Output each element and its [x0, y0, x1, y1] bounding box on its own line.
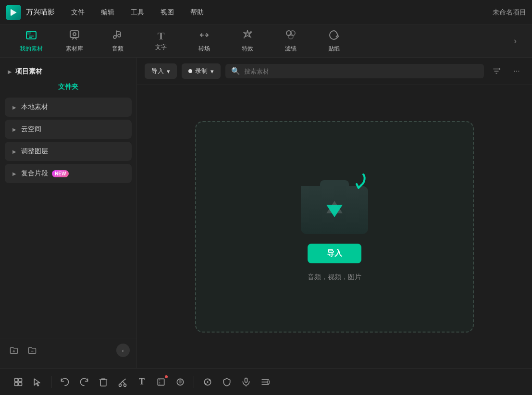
cut-btn[interactable] [114, 373, 131, 391]
folder-logo-icon [322, 197, 346, 221]
tool-my-material[interactable]: 我的素材 [10, 27, 53, 56]
svg-line-29 [123, 381, 125, 384]
svg-point-9 [244, 37, 245, 39]
section-arrow-icon: ▶ [8, 69, 12, 74]
svg-rect-38 [245, 378, 247, 382]
sidebar-item-cloud-label: 云空间 [21, 125, 41, 134]
audio-icon [112, 29, 124, 43]
record-dot-icon [188, 69, 192, 73]
local-arrow-icon: ▶ [12, 105, 16, 110]
sticker-icon [328, 29, 340, 43]
sidebar-item-compound[interactable]: ▶ 复合片段 NEW [5, 164, 132, 183]
title-bar: 万兴喵影 文件 编辑 工具 视图 帮助 未命名项目 [0, 0, 532, 25]
filter-icon [285, 29, 297, 43]
import-dropdown-icon: ▾ [167, 68, 170, 75]
svg-rect-31 [158, 379, 164, 385]
toolbar-more-btn[interactable]: › [508, 34, 522, 49]
menu-help[interactable]: 帮助 [187, 6, 207, 19]
tool-text-label: 文字 [155, 43, 167, 51]
color-btn[interactable] [172, 373, 189, 391]
import-button[interactable]: 导入 ▾ [145, 63, 177, 79]
drop-hint-text: 音频，视频，图片 [308, 273, 361, 282]
select-tool-btn[interactable] [29, 373, 46, 391]
cloud-arrow-icon: ▶ [12, 127, 16, 132]
transition-icon [198, 29, 210, 43]
tool-effects[interactable]: 特效 [226, 27, 269, 56]
menu-tools[interactable]: 工具 [128, 6, 147, 19]
sidebar-item-cloud[interactable]: ▶ 云空间 [5, 120, 132, 139]
svg-point-19 [499, 68, 500, 70]
svg-point-7 [73, 33, 76, 36]
record-label: 录制 [195, 67, 208, 75]
import-large-button[interactable]: 导入 [308, 244, 361, 263]
svg-point-35 [207, 381, 208, 383]
tool-filter[interactable]: 滤镜 [269, 27, 312, 56]
svg-rect-23 [19, 378, 22, 382]
speed-btn[interactable] [199, 373, 216, 391]
tool-audio-label: 音频 [112, 45, 124, 53]
shield-btn[interactable] [218, 373, 235, 391]
tool-material-lib-label: 素材库 [66, 45, 83, 53]
new-badge: NEW [52, 170, 69, 177]
svg-point-27 [124, 384, 126, 386]
menu-view[interactable]: 视图 [158, 6, 177, 19]
project-name: 未命名项目 [493, 8, 526, 17]
record-dropdown-icon: ▾ [210, 68, 214, 75]
svg-rect-1 [10, 9, 12, 15]
adjust-arrow-icon: ▶ [12, 149, 16, 154]
search-input[interactable] [244, 68, 478, 75]
remove-folder-btn[interactable] [25, 343, 39, 358]
tool-filter-label: 滤镜 [285, 45, 297, 53]
search-bar[interactable]: 🔍 [225, 64, 484, 78]
menu-file[interactable]: 文件 [68, 6, 87, 19]
sidebar-collapse-btn[interactable]: ‹ [116, 344, 130, 357]
content-area: 导入 ▾ 录制 ▾ 🔍 ··· [137, 58, 532, 368]
sidebar-item-adjust[interactable]: ▶ 调整图层 [5, 142, 132, 161]
sidebar-item-local[interactable]: ▶ 本地素材 [5, 98, 132, 117]
svg-rect-22 [15, 378, 18, 382]
list-btn[interactable] [257, 373, 274, 391]
crop-btn[interactable] [152, 373, 170, 391]
svg-rect-3 [26, 31, 31, 35]
app-name: 万兴喵影 [26, 8, 55, 17]
svg-rect-25 [19, 382, 22, 385]
section-title-text: 项目素材 [15, 67, 42, 76]
divider-1 [51, 376, 51, 388]
svg-marker-0 [11, 9, 17, 15]
svg-rect-24 [15, 382, 18, 385]
text-tool-btn[interactable]: T [133, 373, 150, 391]
sidebar-item-adjust-label: 调整图层 [21, 147, 48, 156]
tool-transition-label: 转场 [198, 45, 210, 53]
tool-effects-label: 特效 [242, 45, 253, 53]
more-options-btn[interactable]: ··· [509, 63, 524, 79]
voice-btn[interactable] [237, 373, 255, 391]
tool-transition[interactable]: 转场 [183, 27, 226, 56]
sidebar-section-title[interactable]: ▶ 项目素材 [0, 63, 136, 80]
main-area: ▶ 项目素材 文件夹 ▶ 本地素材 ▶ 云空间 ▶ 调整图层 ▶ 复合片段 NE… [0, 58, 532, 368]
drop-zone: 导入 音频，视频，图片 [137, 85, 532, 368]
app-logo [6, 5, 21, 20]
filter-btn[interactable] [489, 63, 504, 79]
svg-rect-6 [70, 31, 79, 37]
svg-line-28 [120, 381, 123, 384]
tool-sticker[interactable]: 贴纸 [312, 27, 356, 56]
delete-btn[interactable] [95, 373, 112, 391]
compound-arrow-icon: ▶ [12, 171, 16, 176]
tool-material-lib[interactable]: 素材库 [53, 27, 96, 56]
add-folder-btn[interactable] [7, 343, 21, 358]
svg-point-8 [250, 31, 252, 33]
tool-text[interactable]: T 文字 [139, 27, 183, 56]
sidebar: ▶ 项目素材 文件夹 ▶ 本地素材 ▶ 云空间 ▶ 调整图层 ▶ 复合片段 NE… [0, 58, 137, 368]
tool-audio[interactable]: 音频 [96, 27, 139, 56]
svg-line-30 [123, 379, 126, 381]
drop-zone-inner[interactable]: 导入 音频，视频，图片 [195, 121, 474, 333]
redo-btn[interactable] [75, 373, 93, 391]
main-toolbar: 我的素材 素材库 音频 T 文字 转场 [0, 25, 532, 58]
menu-edit[interactable]: 编辑 [98, 6, 117, 19]
grid-view-btn[interactable] [10, 373, 27, 391]
svg-rect-43 [267, 381, 270, 383]
undo-btn[interactable] [56, 373, 74, 391]
divider-2 [194, 376, 194, 388]
text-icon: T [158, 31, 165, 41]
record-button[interactable]: 录制 ▾ [182, 63, 221, 79]
